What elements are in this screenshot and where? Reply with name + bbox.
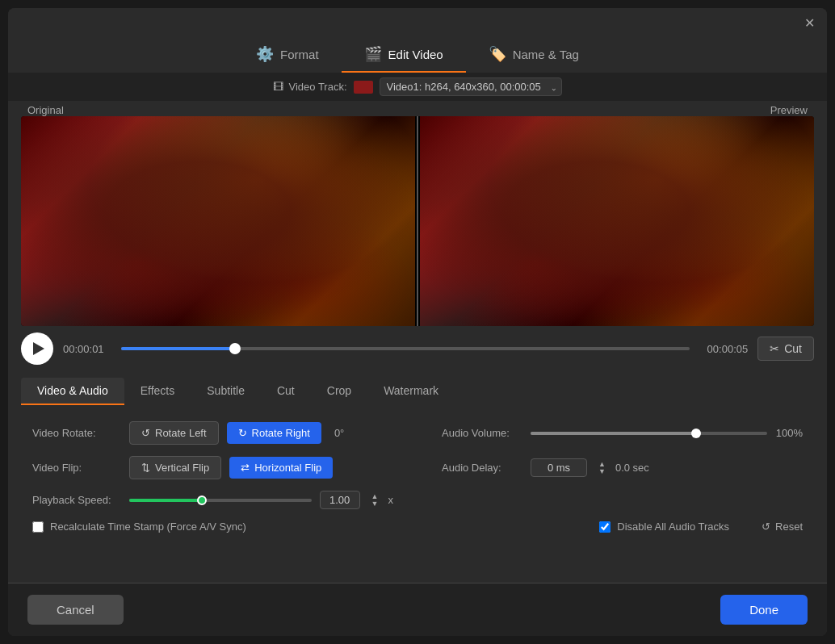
main-tabs: ⚙️ Format 🎬 Edit Video 🏷️ Name & Tag (8, 37, 827, 73)
rotate-right-button[interactable]: ↻ Rotate Right (227, 422, 321, 444)
timeline-fill (121, 347, 235, 350)
tab-name-tag-label: Name & Tag (513, 48, 579, 61)
tab-effects[interactable]: Effects (124, 378, 191, 405)
bottom-bar: Cancel Done (8, 583, 827, 636)
controls-grid: Video Rotate: ↺ Rotate Left ↻ Rotate Rig… (32, 421, 803, 509)
video-track-select[interactable]: Video1: h264, 640x360, 00:00:05 (380, 77, 562, 96)
rotate-left-label: Rotate Left (155, 427, 207, 439)
video-rotate-label: Video Rotate: (32, 427, 121, 439)
audio-delay-row: Audio Delay: ▲ ▼ 0.0 sec (442, 456, 803, 479)
preview-labels: Original Preview (8, 101, 827, 116)
tab-subtitle[interactable]: Subtitle (191, 378, 261, 405)
speed-input[interactable]: 1.00 (320, 491, 360, 509)
delay-stepper: ▲ ▼ (597, 461, 607, 475)
video-preview (21, 116, 814, 326)
main-dialog: ✕ ⚙️ Format 🎬 Edit Video 🏷️ Name & Tag 🎞… (8, 8, 827, 636)
speed-stepper: ▲ ▼ (370, 493, 380, 508)
tab-video-audio[interactable]: Video & Audio (21, 378, 124, 405)
audio-volume-row: Audio Volume: 100% (442, 421, 803, 445)
playback-speed-label: Playback Speed: (32, 494, 121, 506)
reset-icon: ↺ (762, 521, 770, 533)
disable-audio-row: Disable All Audio Tracks (599, 521, 729, 533)
video-rotate-row: Video Rotate: ↺ Rotate Left ↻ Rotate Rig… (32, 421, 393, 445)
cut-icon: ✂ (770, 342, 779, 355)
audio-volume-slider-row: 100% (531, 427, 803, 439)
preview-label: Preview (770, 104, 808, 116)
track-thumbnail (354, 81, 373, 94)
horizontal-flip-label: Horizontal Flip (254, 462, 321, 474)
timeline[interactable] (121, 347, 690, 350)
audio-delay-label: Audio Delay: (442, 462, 522, 474)
rotate-left-button[interactable]: ↺ Rotate Left (129, 421, 219, 445)
original-video (21, 116, 415, 326)
horizontal-flip-button[interactable]: ⇄ Horizontal Flip (229, 457, 333, 479)
audio-slider-thumb[interactable] (691, 429, 701, 438)
preview-video (420, 116, 814, 326)
playback-speed-slider[interactable] (129, 499, 312, 502)
tab-video-audio-label: Video & Audio (37, 384, 108, 397)
tab-edit-video[interactable]: 🎬 Edit Video (342, 37, 466, 73)
video-flip-label: Video Flip: (32, 462, 121, 474)
tab-subtitle-label: Subtitle (207, 384, 245, 397)
close-button[interactable]: ✕ (801, 15, 817, 31)
tab-edit-video-label: Edit Video (388, 48, 443, 61)
time-start: 00:00:01 (63, 343, 111, 355)
vertical-flip-button[interactable]: ⇅ Vertical Flip (129, 456, 221, 479)
video-flip-row: Video Flip: ⇅ Vertical Flip ⇄ Horizontal… (32, 456, 393, 479)
recalculate-label: Recalculate Time Stamp (Force A/V Sync) (50, 521, 246, 533)
time-end: 00:00:05 (699, 343, 748, 355)
original-face (21, 116, 415, 326)
name-tag-icon: 🏷️ (489, 45, 506, 63)
reset-label: Reset (775, 521, 803, 533)
tab-format[interactable]: ⚙️ Format (233, 37, 342, 73)
tab-watermark-label: Watermark (384, 384, 438, 397)
tab-effects-label: Effects (141, 384, 175, 397)
vertical-flip-icon: ⇅ (141, 462, 150, 474)
cut-button[interactable]: ✂ Cut (757, 337, 814, 361)
disable-audio-checkbox[interactable] (599, 521, 611, 533)
playback-speed-thumb[interactable] (197, 496, 207, 505)
playback-speed-fill (129, 499, 202, 502)
tab-crop-label: Crop (327, 384, 351, 397)
speed-unit: x (388, 494, 394, 506)
play-button[interactable] (21, 332, 53, 365)
timeline-thumb[interactable] (229, 343, 241, 354)
rotate-left-icon: ↺ (141, 427, 150, 439)
tab-crop[interactable]: Crop (311, 378, 367, 405)
tab-cut[interactable]: Cut (261, 378, 311, 405)
recalculate-row: Recalculate Time Stamp (Force A/V Sync) (32, 521, 246, 533)
right-controls: Disable All Audio Tracks ↺ Reset (599, 521, 803, 533)
angle-label: 0° (334, 427, 344, 439)
video-track-bar: 🎞 Video Track: Video1: h264, 640x360, 00… (8, 73, 827, 101)
volume-value: 100% (774, 427, 803, 439)
edit-tabs: Video & Audio Effects Subtitle Cut Crop … (8, 371, 827, 405)
playback-speed-row: Playback Speed: 1.00 ▲ ▼ x (32, 491, 393, 509)
format-icon: ⚙️ (256, 45, 274, 63)
edit-content: Video Rotate: ↺ Rotate Left ↻ Rotate Rig… (8, 405, 827, 583)
preview-face (420, 116, 814, 326)
tab-name-tag[interactable]: 🏷️ Name & Tag (466, 37, 602, 73)
tab-watermark[interactable]: Watermark (367, 378, 455, 405)
reset-button[interactable]: ↺ Reset (762, 521, 803, 533)
playback-bar: 00:00:01 00:00:05 ✂ Cut (8, 326, 827, 371)
rotate-right-label: Rotate Right (252, 427, 310, 439)
speed-decrement[interactable]: ▼ (370, 500, 380, 508)
recalculate-checkbox[interactable] (32, 521, 44, 533)
audio-volume-slider[interactable] (531, 432, 767, 435)
delay-decrement[interactable]: ▼ (597, 468, 607, 475)
cut-label: Cut (784, 342, 802, 355)
audio-volume-label: Audio Volume: (442, 427, 522, 439)
cancel-button[interactable]: Cancel (27, 595, 124, 625)
done-button[interactable]: Done (720, 595, 808, 625)
controls-bottom: Recalculate Time Stamp (Force A/V Sync) … (32, 521, 803, 533)
disable-audio-label: Disable All Audio Tracks (617, 521, 729, 533)
rotate-right-icon: ↻ (238, 427, 247, 439)
title-bar: ✕ (8, 8, 827, 37)
video-track-icon: 🎞 (273, 81, 283, 93)
delay-sec: 0.0 sec (615, 462, 649, 474)
horizontal-flip-icon: ⇄ (241, 462, 250, 474)
audio-slider-fill (531, 432, 696, 435)
original-label: Original (27, 104, 64, 116)
video-track-wrapper: Video1: h264, 640x360, 00:00:05 (380, 77, 562, 96)
audio-delay-input[interactable] (531, 458, 587, 477)
